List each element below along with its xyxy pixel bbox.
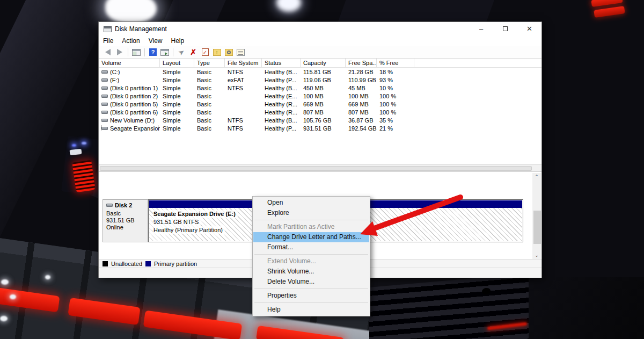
menu-item-format[interactable]: Format...	[253, 242, 369, 253]
column-header-pct-free[interactable]: % Free	[377, 59, 414, 67]
table-row[interactable]: (Disk 0 partition 2) Simple Basic Health…	[99, 92, 541, 100]
action-pane-icon[interactable]	[160, 48, 170, 56]
wallpaper-light	[0, 316, 8, 321]
wallpaper-shadow	[529, 277, 644, 339]
maximize-icon	[503, 26, 508, 31]
volume-icon	[101, 70, 108, 74]
scrollbar-thumb[interactable]	[533, 211, 541, 244]
column-header-free-space[interactable]: Free Spa...	[346, 59, 377, 67]
menu-separator	[254, 254, 368, 255]
desktop: Disk Management – ✕ File Action View Hel…	[0, 0, 644, 339]
menu-separator	[254, 302, 368, 303]
column-header-capacity[interactable]: Capacity	[301, 59, 346, 67]
volume-icon	[101, 127, 108, 130]
column-header-file-system[interactable]: File System	[225, 59, 262, 67]
disk-type: Basic	[106, 210, 148, 217]
title-bar[interactable]: Disk Management – ✕	[99, 22, 541, 35]
drive-letter-up-icon[interactable]: ↑	[212, 48, 222, 56]
menu-item-help[interactable]: Help	[253, 305, 369, 315]
minimize-button[interactable]: –	[469, 22, 493, 35]
scrollbar-up-icon[interactable]: ⌃	[535, 173, 539, 181]
context-menu: Open Explore Mark Partition as Active Ch…	[252, 196, 370, 316]
disk-icon	[106, 204, 113, 207]
volume-list-header: Volume Layout Type File System Status Ca…	[99, 59, 541, 68]
forward-arrow-icon[interactable]	[115, 48, 125, 56]
menu-action[interactable]: Action	[118, 36, 144, 46]
scrollbar-thumb[interactable]	[100, 166, 532, 171]
partition-title: Seagate Expansion Drive (E:)	[153, 210, 238, 218]
wallpaper-light	[1, 279, 9, 285]
toolbar: ? ➤ ✗ ✓ ↑	[99, 46, 541, 59]
app-icon	[104, 26, 112, 32]
maximize-button[interactable]	[493, 22, 517, 35]
wallpaper-red-panel	[72, 160, 95, 192]
menu-item-delete-volume[interactable]: Delete Volume...	[253, 277, 369, 287]
close-button[interactable]: ✕	[517, 22, 541, 35]
table-row[interactable]: (Disk 0 partition 6) Simple Basic Health…	[99, 108, 541, 116]
column-header-layout[interactable]: Layout	[160, 59, 194, 67]
menu-separator	[254, 288, 368, 289]
wallpaper-vent	[369, 277, 531, 339]
column-header-type[interactable]: Type	[194, 59, 225, 67]
menu-file[interactable]: File	[99, 36, 118, 46]
table-row[interactable]: (Disk 0 partition 1) Simple Basic NTFS H…	[99, 84, 541, 92]
wallpaper-light	[105, 0, 157, 24]
menu-item-shrink-volume[interactable]: Shrink Volume...	[253, 266, 369, 277]
menu-item-extend-volume: Extend Volume...	[253, 256, 369, 266]
volume-icon	[101, 111, 108, 114]
legend-primary-label: Primary partition	[154, 261, 197, 267]
properties-icon[interactable]	[236, 48, 245, 56]
toolbar-separator	[144, 48, 145, 56]
window-title: Disk Management	[115, 25, 167, 33]
column-header-status[interactable]: Status	[262, 59, 301, 67]
menu-item-explore[interactable]: Explore	[253, 208, 369, 218]
column-header-volume[interactable]: Volume	[99, 59, 160, 67]
wallpaper-blue-light	[82, 142, 86, 145]
pointer-tool-icon[interactable]: ➤	[177, 48, 186, 56]
disk-name: Disk 2	[115, 202, 132, 208]
menu-item-open[interactable]: Open	[253, 198, 369, 208]
wallpaper-light	[10, 294, 16, 299]
disk-status: Online	[106, 224, 148, 230]
table-row[interactable]: (F:) Simple Basic exFAT Healthy (P... 11…	[99, 76, 541, 84]
wallpaper-blue-light	[72, 144, 76, 147]
wallpaper-light	[45, 275, 50, 279]
disk-size: 931.51 GB	[106, 217, 148, 223]
legend-unallocated-label: Unallocated	[111, 261, 142, 267]
explore-search-icon[interactable]	[224, 48, 233, 56]
check-document-icon[interactable]: ✓	[200, 48, 210, 56]
toolbar-separator	[173, 48, 173, 56]
menu-item-properties[interactable]: Properties	[253, 291, 369, 301]
unallocated-swatch	[103, 261, 108, 266]
volume-icon	[101, 78, 108, 82]
table-row[interactable]: (C:) Simple Basic NTFS Healthy (B... 115…	[99, 68, 541, 76]
volume-icon	[101, 95, 108, 98]
scrollbar-down-icon[interactable]: ⌄	[535, 251, 539, 259]
menu-view[interactable]: View	[144, 36, 167, 46]
horizontal-scrollbar[interactable]	[99, 164, 541, 172]
partition-health: Healthy (Primary Partition)	[153, 226, 225, 234]
table-row[interactable]: (Disk 0 partition 5) Simple Basic Health…	[99, 100, 541, 108]
primary-partition-swatch	[145, 261, 151, 266]
menu-help[interactable]: Help	[167, 36, 189, 46]
table-row[interactable]: New Volume (D:) Simple Basic NTFS Health…	[99, 116, 541, 124]
volume-list: Volume Layout Type File System Status Ca…	[99, 59, 541, 164]
table-row-selected[interactable]: Seagate Expansion... Simple Basic NTFS H…	[99, 124, 541, 132]
partition-size: 931.51 GB NTFS	[153, 218, 201, 226]
volume-icon	[101, 103, 108, 106]
wallpaper-light	[276, 0, 301, 12]
help-icon[interactable]: ?	[148, 48, 158, 56]
column-header-filler	[414, 59, 541, 67]
volume-icon	[101, 119, 108, 122]
back-arrow-icon[interactable]	[103, 48, 113, 56]
menu-bar: File Action View Help	[99, 35, 541, 46]
toolbar-separator	[128, 48, 128, 56]
wallpaper-red-bar	[594, 6, 625, 18]
menu-item-mark-partition-active: Mark Partition as Active	[253, 222, 369, 232]
volume-icon	[101, 86, 108, 90]
menu-separator	[254, 220, 368, 220]
menu-item-change-drive-letter[interactable]: Change Drive Letter and Paths...	[253, 232, 369, 242]
delete-icon[interactable]: ✗	[188, 48, 198, 56]
disk-header[interactable]: Disk 2 Basic 931.51 GB Online	[103, 199, 148, 242]
console-tree-icon[interactable]	[131, 48, 141, 56]
